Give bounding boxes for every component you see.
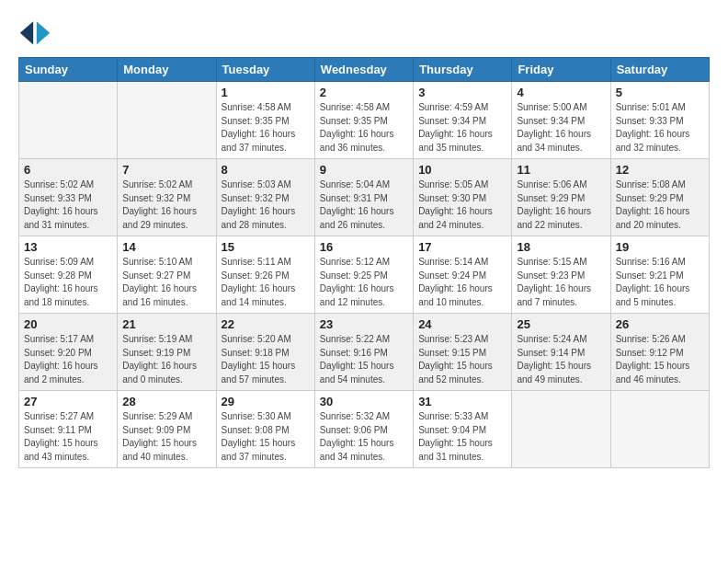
calendar-cell: 23Sunrise: 5:22 AM Sunset: 9:16 PM Dayli… <box>314 314 413 391</box>
calendar-table: SundayMondayTuesdayWednesdayThursdayFrid… <box>18 57 710 468</box>
day-number: 20 <box>24 317 112 331</box>
day-number: 14 <box>122 240 210 254</box>
col-header-sunday: Sunday <box>19 58 118 82</box>
calendar-cell: 5Sunrise: 5:01 AM Sunset: 9:33 PM Daylig… <box>610 82 709 159</box>
day-number: 21 <box>122 317 210 331</box>
calendar-cell: 30Sunrise: 5:32 AM Sunset: 9:06 PM Dayli… <box>314 391 413 468</box>
day-detail: Sunrise: 5:02 AM Sunset: 9:32 PM Dayligh… <box>122 178 210 232</box>
day-number: 28 <box>122 395 210 408</box>
calendar-cell: 4Sunrise: 5:00 AM Sunset: 9:34 PM Daylig… <box>512 82 610 159</box>
calendar-week-row: 20Sunrise: 5:17 AM Sunset: 9:20 PM Dayli… <box>19 314 710 391</box>
logo-icon <box>18 15 51 48</box>
calendar-cell: 17Sunrise: 5:14 AM Sunset: 9:24 PM Dayli… <box>414 236 512 314</box>
calendar-cell: 9Sunrise: 5:04 AM Sunset: 9:31 PM Daylig… <box>314 159 413 236</box>
day-detail: Sunrise: 5:05 AM Sunset: 9:30 PM Dayligh… <box>418 178 506 232</box>
calendar-cell <box>512 391 610 468</box>
calendar-cell: 24Sunrise: 5:23 AM Sunset: 9:15 PM Dayli… <box>414 314 512 391</box>
calendar-cell: 19Sunrise: 5:16 AM Sunset: 9:21 PM Dayli… <box>610 236 709 314</box>
day-detail: Sunrise: 5:19 AM Sunset: 9:19 PM Dayligh… <box>122 333 210 386</box>
day-detail: Sunrise: 5:12 AM Sunset: 9:25 PM Dayligh… <box>320 256 408 309</box>
calendar-cell <box>610 391 709 468</box>
calendar-header-row: SundayMondayTuesdayWednesdayThursdayFrid… <box>19 58 710 82</box>
svg-marker-1 <box>20 21 33 44</box>
day-detail: Sunrise: 5:06 AM Sunset: 9:29 PM Dayligh… <box>517 178 605 232</box>
calendar-cell: 29Sunrise: 5:30 AM Sunset: 9:08 PM Dayli… <box>216 391 314 468</box>
day-number: 26 <box>616 317 704 331</box>
calendar-week-row: 1Sunrise: 4:58 AM Sunset: 9:35 PM Daylig… <box>19 82 710 159</box>
calendar-cell: 25Sunrise: 5:24 AM Sunset: 9:14 PM Dayli… <box>512 314 610 391</box>
day-number: 9 <box>320 163 408 177</box>
day-detail: Sunrise: 5:10 AM Sunset: 9:27 PM Dayligh… <box>122 256 210 309</box>
calendar-cell: 26Sunrise: 5:26 AM Sunset: 9:12 PM Dayli… <box>610 314 709 391</box>
day-detail: Sunrise: 5:24 AM Sunset: 9:14 PM Dayligh… <box>517 333 605 386</box>
day-number: 27 <box>24 395 112 408</box>
day-number: 12 <box>616 163 704 177</box>
svg-marker-0 <box>37 21 50 44</box>
calendar-cell: 31Sunrise: 5:33 AM Sunset: 9:04 PM Dayli… <box>414 391 512 468</box>
col-header-saturday: Saturday <box>610 58 709 82</box>
calendar-cell: 12Sunrise: 5:08 AM Sunset: 9:29 PM Dayli… <box>610 159 709 236</box>
day-detail: Sunrise: 5:08 AM Sunset: 9:29 PM Dayligh… <box>616 178 704 232</box>
day-number: 7 <box>122 163 210 177</box>
day-number: 18 <box>517 240 605 254</box>
calendar-week-row: 6Sunrise: 5:02 AM Sunset: 9:33 PM Daylig… <box>19 159 710 236</box>
day-number: 13 <box>24 240 112 254</box>
col-header-friday: Friday <box>512 58 610 82</box>
day-number: 15 <box>222 240 310 254</box>
calendar-cell: 16Sunrise: 5:12 AM Sunset: 9:25 PM Dayli… <box>314 236 413 314</box>
day-detail: Sunrise: 5:26 AM Sunset: 9:12 PM Dayligh… <box>616 333 704 386</box>
day-detail: Sunrise: 5:23 AM Sunset: 9:15 PM Dayligh… <box>418 333 506 386</box>
header <box>18 15 710 48</box>
calendar-cell: 21Sunrise: 5:19 AM Sunset: 9:19 PM Dayli… <box>118 314 216 391</box>
day-detail: Sunrise: 5:29 AM Sunset: 9:09 PM Dayligh… <box>122 410 210 464</box>
day-detail: Sunrise: 5:27 AM Sunset: 9:11 PM Dayligh… <box>24 410 112 464</box>
calendar-cell: 14Sunrise: 5:10 AM Sunset: 9:27 PM Dayli… <box>118 236 216 314</box>
calendar-cell: 10Sunrise: 5:05 AM Sunset: 9:30 PM Dayli… <box>414 159 512 236</box>
day-number: 16 <box>320 240 408 254</box>
day-number: 1 <box>222 86 310 99</box>
calendar-cell: 2Sunrise: 4:58 AM Sunset: 9:35 PM Daylig… <box>314 82 413 159</box>
calendar-cell: 1Sunrise: 4:58 AM Sunset: 9:35 PM Daylig… <box>216 82 314 159</box>
col-header-monday: Monday <box>118 58 216 82</box>
calendar-cell: 15Sunrise: 5:11 AM Sunset: 9:26 PM Dayli… <box>216 236 314 314</box>
day-number: 19 <box>616 240 704 254</box>
day-detail: Sunrise: 4:58 AM Sunset: 9:35 PM Dayligh… <box>222 101 310 155</box>
calendar-cell <box>118 82 216 159</box>
day-detail: Sunrise: 4:58 AM Sunset: 9:35 PM Dayligh… <box>320 101 408 155</box>
day-number: 10 <box>418 163 506 177</box>
col-header-wednesday: Wednesday <box>314 58 413 82</box>
day-number: 2 <box>320 86 408 99</box>
day-number: 22 <box>222 317 310 331</box>
day-number: 23 <box>320 317 408 331</box>
day-detail: Sunrise: 5:03 AM Sunset: 9:32 PM Dayligh… <box>222 178 310 232</box>
day-number: 11 <box>517 163 605 177</box>
day-detail: Sunrise: 5:33 AM Sunset: 9:04 PM Dayligh… <box>418 410 506 464</box>
day-number: 30 <box>320 395 408 408</box>
calendar-week-row: 13Sunrise: 5:09 AM Sunset: 9:28 PM Dayli… <box>19 236 710 314</box>
day-detail: Sunrise: 5:11 AM Sunset: 9:26 PM Dayligh… <box>222 256 310 309</box>
calendar-cell: 22Sunrise: 5:20 AM Sunset: 9:18 PM Dayli… <box>216 314 314 391</box>
day-detail: Sunrise: 5:16 AM Sunset: 9:21 PM Dayligh… <box>616 256 704 309</box>
day-number: 25 <box>517 317 605 331</box>
day-number: 3 <box>418 86 506 99</box>
day-detail: Sunrise: 5:04 AM Sunset: 9:31 PM Dayligh… <box>320 178 408 232</box>
col-header-tuesday: Tuesday <box>216 58 314 82</box>
day-detail: Sunrise: 5:01 AM Sunset: 9:33 PM Dayligh… <box>616 101 704 155</box>
calendar-cell <box>19 82 118 159</box>
calendar-cell: 11Sunrise: 5:06 AM Sunset: 9:29 PM Dayli… <box>512 159 610 236</box>
day-detail: Sunrise: 5:09 AM Sunset: 9:28 PM Dayligh… <box>24 256 112 309</box>
day-number: 24 <box>418 317 506 331</box>
calendar-cell: 28Sunrise: 5:29 AM Sunset: 9:09 PM Dayli… <box>118 391 216 468</box>
day-detail: Sunrise: 5:22 AM Sunset: 9:16 PM Dayligh… <box>320 333 408 386</box>
calendar-cell: 7Sunrise: 5:02 AM Sunset: 9:32 PM Daylig… <box>118 159 216 236</box>
day-detail: Sunrise: 5:00 AM Sunset: 9:34 PM Dayligh… <box>517 101 605 155</box>
day-detail: Sunrise: 5:32 AM Sunset: 9:06 PM Dayligh… <box>320 410 408 464</box>
day-number: 17 <box>418 240 506 254</box>
logo <box>18 15 57 48</box>
day-detail: Sunrise: 5:17 AM Sunset: 9:20 PM Dayligh… <box>24 333 112 386</box>
day-number: 8 <box>222 163 310 177</box>
day-detail: Sunrise: 5:30 AM Sunset: 9:08 PM Dayligh… <box>222 410 310 464</box>
day-detail: Sunrise: 5:02 AM Sunset: 9:33 PM Dayligh… <box>24 178 112 232</box>
day-detail: Sunrise: 4:59 AM Sunset: 9:34 PM Dayligh… <box>418 101 506 155</box>
day-number: 4 <box>517 86 605 99</box>
